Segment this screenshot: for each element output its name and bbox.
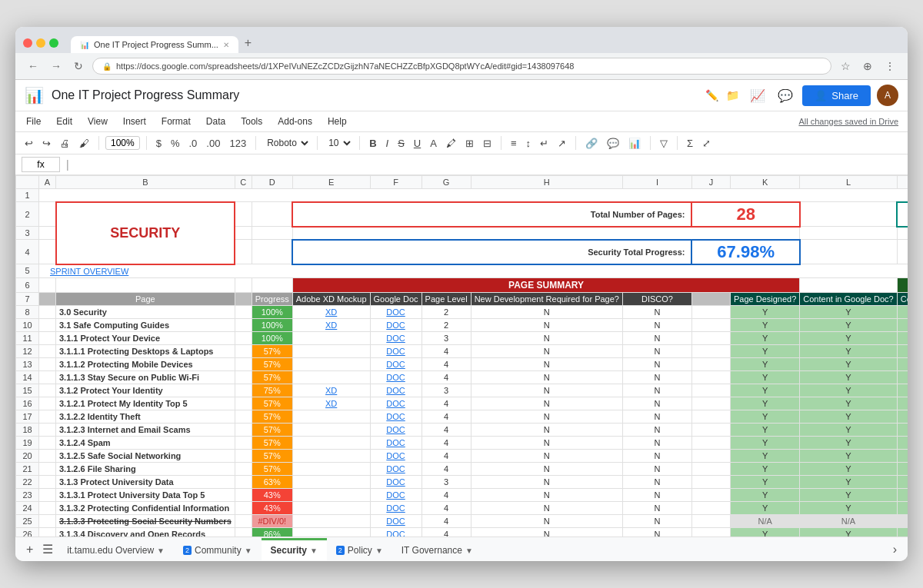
menu-file[interactable]: File <box>25 113 42 130</box>
decimal-inc-button[interactable]: .00 <box>203 136 223 151</box>
menu-format[interactable]: Format <box>160 113 192 130</box>
r21-j <box>691 462 730 475</box>
format-123-button[interactable]: 123 <box>226 136 249 151</box>
undo-button[interactable]: ↩ <box>22 136 36 151</box>
tab-security[interactable]: Security ▼ <box>262 538 327 560</box>
menu-tools[interactable]: Tools <box>239 113 264 130</box>
r21-doc[interactable]: DOC <box>370 462 422 475</box>
share-button[interactable]: 👤 Share <box>802 85 871 106</box>
chart-button[interactable]: 📊 <box>625 136 644 151</box>
r23-doc[interactable]: DOC <box>370 488 422 501</box>
bold-button[interactable]: B <box>366 136 379 151</box>
print-button[interactable]: 🖨 <box>57 136 73 151</box>
comment-button[interactable]: 💬 <box>604 136 622 151</box>
r22-j <box>691 475 730 488</box>
r13-doc[interactable]: DOC <box>370 357 422 370</box>
highlight-button[interactable]: 🖍 <box>443 136 459 151</box>
menu-edit[interactable]: Edit <box>55 113 74 130</box>
rename-icon[interactable]: ✏️ <box>705 89 718 101</box>
r25-doc[interactable]: DOC <box>370 514 422 527</box>
r8-xd[interactable]: XD <box>292 305 370 318</box>
r16-doc[interactable]: DOC <box>370 397 422 410</box>
filter-button[interactable]: ▽ <box>657 136 671 151</box>
r17-doc[interactable]: DOC <box>370 410 422 423</box>
percent-button[interactable]: % <box>168 136 183 151</box>
sheet-list-button[interactable]: ☰ <box>38 542 58 556</box>
menu-addons[interactable]: Add-ons <box>276 113 314 130</box>
file-title[interactable]: One IT Project Progress Summary <box>52 88 698 102</box>
r10-xd[interactable]: XD <box>292 318 370 331</box>
sheets-logo: 📊 <box>25 86 44 105</box>
menu-data[interactable]: Data <box>205 113 227 130</box>
formula-button[interactable]: Σ <box>684 136 696 151</box>
r22-doc[interactable]: DOC <box>370 475 422 488</box>
r8-doc[interactable]: DOC <box>370 305 422 318</box>
valign-button[interactable]: ↕ <box>522 136 534 151</box>
menu-icon[interactable]: ⋮ <box>881 58 898 74</box>
decimal-dec-button[interactable]: .0 <box>186 136 201 151</box>
underline-button[interactable]: U <box>411 136 424 151</box>
r15-doc[interactable]: DOC <box>370 384 422 397</box>
chart-icon[interactable]: 📈 <box>747 85 768 106</box>
r14-doc[interactable]: DOC <box>370 370 422 384</box>
tab-close-icon[interactable]: ✕ <box>223 41 229 49</box>
star-icon[interactable]: ☆ <box>838 58 854 74</box>
r6-d <box>252 277 292 292</box>
r11-doc[interactable]: DOC <box>370 331 422 344</box>
avatar[interactable]: A <box>877 85 898 106</box>
refresh-button[interactable]: ↻ <box>71 58 86 74</box>
merge-button[interactable]: ⊟ <box>480 136 495 151</box>
close-button[interactable] <box>23 38 32 48</box>
font-size-select[interactable]: 10 <box>324 135 353 151</box>
url-bar[interactable]: 🔒 https://docs.google.com/spreadsheets/d… <box>92 58 831 75</box>
add-sheet-button[interactable]: + <box>22 543 38 556</box>
align-button[interactable]: ≡ <box>508 136 520 151</box>
formula-input[interactable] <box>75 159 901 170</box>
menu-insert[interactable]: Insert <box>122 113 148 130</box>
strikethrough-button[interactable]: S <box>395 136 408 151</box>
back-button[interactable]: ← <box>25 58 42 74</box>
forward-button[interactable]: → <box>48 58 65 74</box>
scroll-right-button[interactable]: › <box>888 543 901 556</box>
table-row: 153.1.2 Protect Your Identity75%XDDOC3NN… <box>16 384 908 397</box>
tab-overview[interactable]: it.tamu.edu Overview ▼ <box>58 538 174 560</box>
active-tab[interactable]: 📊 One IT Project Progress Summ... ✕ <box>71 36 238 53</box>
r18-page: 3.1.2.3 Internet and Email Scams <box>56 423 235 436</box>
r16-xd[interactable]: XD <box>292 397 370 410</box>
menu-view[interactable]: View <box>86 113 109 130</box>
r12-doc[interactable]: DOC <box>370 344 422 357</box>
minimize-button[interactable] <box>36 38 45 48</box>
rotate-button[interactable]: ↗ <box>555 136 569 151</box>
font-select[interactable]: Roboto <box>262 135 311 151</box>
maximize-button[interactable] <box>49 38 58 48</box>
paint-format-button[interactable]: 🖌 <box>76 136 92 151</box>
r19-doc[interactable]: DOC <box>370 436 422 449</box>
r26-doc[interactable]: DOC <box>370 527 422 537</box>
r13-j <box>691 357 730 370</box>
borders-button[interactable]: ⊞ <box>462 136 477 151</box>
zoom-control[interactable]: 100% <box>105 136 140 150</box>
bookmark-icon[interactable]: ⊕ <box>860 58 875 74</box>
comment-icon[interactable]: 💬 <box>775 85 796 106</box>
redo-button[interactable]: ↪ <box>39 136 54 151</box>
r15-xd[interactable]: XD <box>292 384 370 397</box>
tab-community[interactable]: 2 Community ▼ <box>174 538 262 560</box>
r20-doc[interactable]: DOC <box>370 449 422 462</box>
col-header-j: J <box>691 176 730 189</box>
cell-reference[interactable] <box>22 157 60 172</box>
link-button[interactable]: 🔗 <box>582 136 601 151</box>
r18-doc[interactable]: DOC <box>370 423 422 436</box>
r10-doc[interactable]: DOC <box>370 318 422 331</box>
sprint-overview-link[interactable]: SPRINT OVERVIEW <box>50 267 128 276</box>
expand-button[interactable]: ⤢ <box>699 136 714 151</box>
menu-help[interactable]: Help <box>326 113 348 130</box>
r24-doc[interactable]: DOC <box>370 501 422 514</box>
italic-button[interactable]: I <box>383 136 392 151</box>
new-tab-button[interactable]: + <box>238 33 258 53</box>
tab-policy[interactable]: 2 Policy ▼ <box>327 538 392 560</box>
currency-button[interactable]: $ <box>153 136 165 151</box>
text-color-button[interactable]: A <box>427 136 440 151</box>
wrap-button[interactable]: ↵ <box>537 136 551 151</box>
tab-community-chevron: ▼ <box>245 546 252 555</box>
tab-itgovernance[interactable]: IT Governance ▼ <box>392 538 482 560</box>
